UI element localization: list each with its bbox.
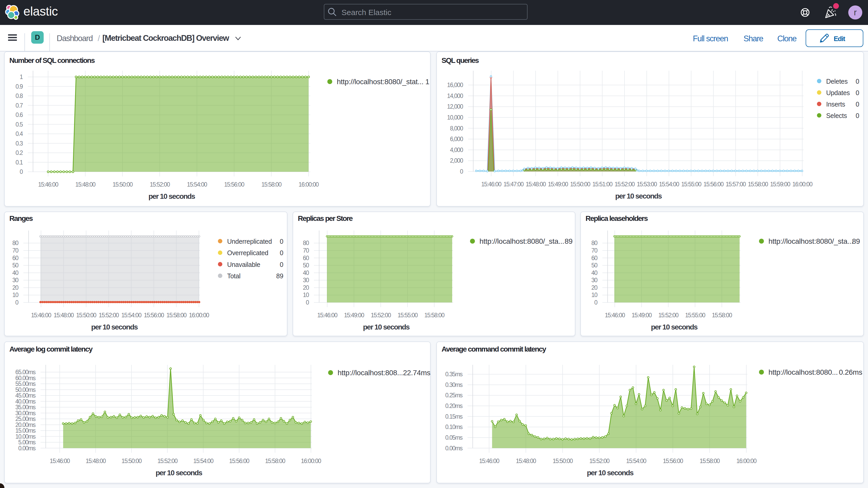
svg-text:15:58:00: 15:58:00: [700, 458, 720, 464]
svg-text:89: 89: [564, 237, 572, 245]
svg-text:15:56:00: 15:56:00: [663, 458, 683, 464]
svg-text:40.00ms: 40.00ms: [16, 398, 36, 405]
svg-text:0.15ms: 0.15ms: [445, 413, 463, 420]
svg-text:10: 10: [591, 292, 597, 298]
svg-text:0: 0: [280, 249, 283, 256]
svg-text:Underreplicated: Underreplicated: [227, 238, 272, 245]
svg-text:80: 80: [12, 240, 19, 246]
svg-text:14,000: 14,000: [447, 92, 463, 99]
svg-text:0.8: 0.8: [16, 92, 23, 99]
svg-text:10,000: 10,000: [447, 114, 463, 121]
svg-text:15:57:00: 15:57:00: [725, 181, 746, 188]
svg-text:15:49:00: 15:49:00: [631, 312, 652, 318]
svg-text:0: 0: [20, 169, 23, 175]
svg-text:15:48:00: 15:48:00: [54, 312, 74, 318]
svg-text:0: 0: [16, 299, 19, 306]
svg-text:8,000: 8,000: [450, 125, 463, 132]
svg-text:15:49:00: 15:49:00: [548, 181, 568, 188]
svg-text:50: 50: [591, 262, 597, 269]
svg-text:15:55:00: 15:55:00: [685, 312, 705, 318]
svg-text:Unavailable: Unavailable: [227, 261, 260, 268]
svg-text:4,000: 4,000: [450, 147, 463, 153]
svg-text:15:53:00: 15:53:00: [637, 181, 657, 188]
svg-text:0.6: 0.6: [16, 112, 23, 118]
svg-text:40: 40: [12, 270, 19, 276]
svg-text:0.5: 0.5: [16, 121, 23, 128]
svg-text:50: 50: [12, 262, 19, 269]
svg-text:45.00ms: 45.00ms: [16, 392, 36, 399]
svg-text:per 10 seconds: per 10 seconds: [363, 323, 410, 331]
svg-text:0: 0: [594, 299, 597, 306]
svg-text:12,000: 12,000: [447, 103, 463, 110]
svg-text:15:58:00: 15:58:00: [712, 312, 732, 318]
svg-text:0.20ms: 0.20ms: [445, 402, 463, 409]
svg-text:40: 40: [591, 270, 597, 276]
svg-text:15:56:00: 15:56:00: [144, 312, 164, 318]
svg-text:per 10 seconds: per 10 seconds: [615, 192, 662, 200]
svg-text:15:48:00: 15:48:00: [526, 181, 546, 188]
svg-text:15:55:00: 15:55:00: [681, 181, 702, 188]
svg-text:15:52:00: 15:52:00: [589, 458, 610, 464]
svg-text:15:54:00: 15:54:00: [626, 458, 646, 464]
svg-text:15:47:00: 15:47:00: [503, 181, 524, 188]
svg-text:15:46:00: 15:46:00: [50, 458, 70, 464]
svg-text:15:50:00: 15:50:00: [553, 458, 573, 464]
svg-text:per 10 seconds: per 10 seconds: [148, 192, 195, 200]
svg-text:15:54:00: 15:54:00: [187, 181, 207, 188]
svg-text:50: 50: [303, 262, 309, 269]
svg-text:15:46:00: 15:46:00: [38, 181, 59, 188]
svg-text:15:52:00: 15:52:00: [658, 312, 679, 318]
svg-text:15:52:00: 15:52:00: [371, 312, 391, 318]
svg-text:per 10 seconds: per 10 seconds: [651, 323, 698, 331]
svg-text:0: 0: [280, 238, 283, 245]
svg-text:15:50:00: 15:50:00: [570, 181, 590, 188]
svg-text:15:49:00: 15:49:00: [344, 312, 364, 318]
svg-text:40: 40: [303, 270, 309, 276]
svg-text:15:46:00: 15:46:00: [605, 312, 625, 318]
svg-text:15:46:00: 15:46:00: [317, 312, 338, 318]
svg-text:15:52:00: 15:52:00: [99, 312, 119, 318]
svg-text:6,000: 6,000: [450, 135, 463, 143]
svg-text:15:48:00: 15:48:00: [516, 458, 536, 464]
svg-text:0.05ms: 0.05ms: [445, 434, 463, 441]
svg-text:89: 89: [852, 237, 860, 245]
svg-text:22.74ms: 22.74ms: [403, 369, 430, 377]
svg-text:65.00ms: 65.00ms: [16, 369, 36, 375]
svg-text:2,000: 2,000: [450, 157, 463, 164]
svg-text:15.00ms: 15.00ms: [16, 427, 36, 434]
svg-text:10: 10: [303, 292, 309, 298]
svg-text:15:59:00: 15:59:00: [770, 181, 790, 188]
svg-text:55.00ms: 55.00ms: [16, 380, 36, 387]
svg-text:0: 0: [856, 112, 859, 119]
svg-text:16:00:00: 16:00:00: [736, 458, 756, 464]
svg-text:0.4: 0.4: [16, 130, 23, 137]
svg-text:0.00ms: 0.00ms: [18, 445, 36, 452]
svg-text:15:54:00: 15:54:00: [193, 458, 214, 464]
svg-text:60.00ms: 60.00ms: [16, 375, 36, 382]
svg-text:per 10 seconds: per 10 seconds: [156, 469, 203, 477]
svg-text:30: 30: [303, 277, 309, 283]
svg-text:Overreplicated: Overreplicated: [227, 249, 268, 256]
svg-text:16:00:00: 16:00:00: [301, 458, 321, 464]
svg-text:http://localhost:8080/_stat...: http://localhost:8080/_stat...: [337, 78, 423, 86]
svg-text:15:50:00: 15:50:00: [122, 458, 142, 464]
svg-text:15:54:00: 15:54:00: [659, 181, 679, 188]
svg-text:15:58:00: 15:58:00: [424, 312, 445, 318]
svg-text:50.00ms: 50.00ms: [16, 387, 36, 393]
svg-text:20: 20: [303, 284, 309, 291]
svg-text:60: 60: [591, 255, 597, 262]
svg-text:0.30ms: 0.30ms: [445, 382, 463, 388]
svg-text:30: 30: [12, 277, 19, 283]
svg-text:Deletes: Deletes: [826, 78, 848, 85]
svg-text:Inserts: Inserts: [826, 100, 845, 108]
svg-text:15:52:00: 15:52:00: [157, 458, 178, 464]
svg-text:0: 0: [856, 78, 859, 85]
svg-text:0.35ms: 0.35ms: [445, 371, 463, 377]
svg-text:0.00ms: 0.00ms: [445, 445, 463, 452]
svg-text:10.00ms: 10.00ms: [16, 433, 36, 440]
svg-text:15:58:00: 15:58:00: [166, 312, 187, 318]
svg-text:16:00:00: 16:00:00: [189, 312, 209, 318]
svg-text:Total: Total: [227, 272, 240, 280]
svg-text:15:50:00: 15:50:00: [113, 181, 133, 188]
svg-text:30: 30: [591, 277, 597, 283]
